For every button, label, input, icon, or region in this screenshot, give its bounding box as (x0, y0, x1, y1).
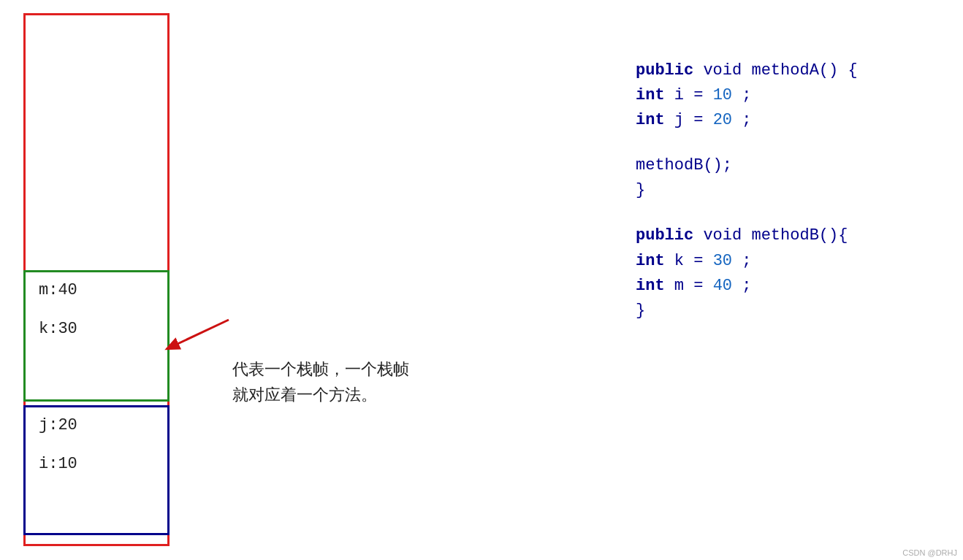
arrow-icon (159, 314, 232, 358)
keyword-int-m: int (636, 277, 665, 295)
code-i-semi: ; (742, 86, 751, 104)
code-line-k: int k = 30 ; (636, 249, 858, 274)
var-m: m:40 (26, 272, 167, 308)
stack-label: 代表一个栈帧，一个栈帧 就对应着一个方法。 (232, 356, 409, 407)
code-method-b-call: methodB(); (636, 153, 858, 178)
code-close-b: } (636, 299, 858, 323)
code-close-a: } (636, 178, 858, 203)
code-brace-b: } (636, 302, 645, 320)
code-method-b-signature: public void methodB(){ (636, 223, 858, 248)
code-call-methodB: methodB(); (636, 156, 732, 174)
keyword-int-i: int (636, 86, 665, 104)
code-j-value: 20 (713, 111, 732, 129)
code-line-j: int j = 20 ; (636, 108, 858, 133)
code-brace-a: } (636, 181, 645, 199)
stack-frame-method-b: m:40 k:30 (23, 270, 170, 402)
code-gap-2 (636, 203, 858, 223)
page-container: m:40 k:30 j:20 i:10 代表一个栈帧，一个栈帧 就对应着一个方法… (0, 0, 963, 560)
keyword-public-b: public (636, 226, 693, 245)
var-k: k:30 (26, 311, 167, 347)
code-method-b-name: methodB(){ (751, 226, 848, 245)
code-k-value: 30 (713, 252, 732, 270)
code-void-b: void (703, 226, 751, 245)
code-j-semi: ; (742, 111, 751, 129)
keyword-int-j: int (636, 111, 665, 129)
code-m-semi: ; (742, 277, 751, 295)
keyword-public-a: public (636, 61, 693, 80)
code-i-value: 10 (713, 86, 732, 104)
code-method-a-name: methodA() { (751, 61, 857, 80)
code-block: public void methodA() { int i = 10 ; int… (636, 58, 858, 323)
code-line-m: int m = 40 ; (636, 274, 858, 299)
watermark: CSDN @DRHJ (902, 548, 957, 557)
code-k-assign: k = (674, 252, 713, 270)
label-line1: 代表一个栈帧，一个栈帧 (232, 356, 409, 382)
code-gap-1 (636, 133, 858, 153)
code-k-semi: ; (742, 252, 751, 270)
code-m-value: 40 (713, 277, 732, 295)
code-m-assign: m = (674, 277, 713, 295)
code-void-a: void (703, 61, 751, 80)
keyword-int-k: int (636, 252, 665, 270)
stack-frame-method-a: j:20 i:10 (23, 405, 170, 535)
svg-line-1 (167, 320, 229, 349)
var-j: j:20 (26, 407, 167, 443)
code-i-assign: i = (674, 86, 713, 104)
label-line2: 就对应着一个方法。 (232, 382, 409, 407)
var-i: i:10 (26, 446, 167, 482)
code-line-i: int i = 10 ; (636, 83, 858, 108)
code-j-assign: j = (674, 111, 713, 129)
code-method-a-signature: public void methodA() { (636, 58, 858, 83)
